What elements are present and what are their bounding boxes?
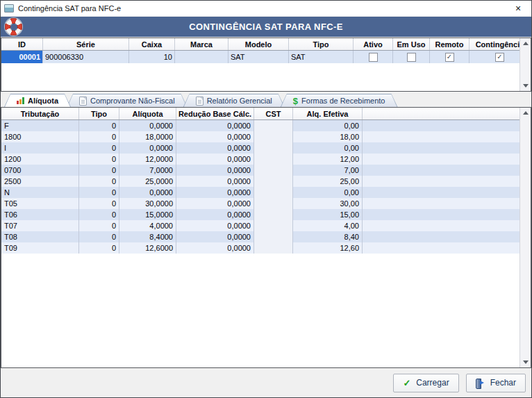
tab-aliquota[interactable]: Alíquota (4, 94, 71, 107)
cell-tributacao: T05 (1, 198, 79, 209)
cell-tributacao: 2500 (1, 176, 79, 187)
table-row[interactable]: T05 0 30,0000 0,0000 30,00 (1, 198, 531, 209)
col-modelo: Modelo (228, 38, 289, 50)
cell-tipo: 0 (79, 187, 119, 198)
cell-aliquota: 12,0000 (119, 154, 176, 165)
table-row[interactable]: 0700 0 7,0000 0,0000 7,00 (1, 165, 531, 176)
cell-aliquota: 30,0000 (119, 198, 176, 209)
device-table-header: ID Série Caixa Marca Modelo Tipo Ativo E… (1, 38, 531, 51)
cell-cst (254, 165, 293, 176)
table-row[interactable]: T06 0 15,0000 0,0000 15,00 (1, 209, 531, 220)
cell-reducao: 0,0000 (176, 154, 254, 165)
close-button[interactable]: × (508, 1, 528, 15)
cell-tributacao: T06 (1, 209, 79, 220)
cell-tributacao: I (1, 142, 79, 154)
cell-aliquota: 7,0000 (119, 165, 176, 176)
scroll-down-button[interactable] (520, 81, 531, 91)
col-id: ID (1, 38, 43, 50)
cell-tributacao: T09 (1, 242, 79, 254)
tab-relatorio-gerencial[interactable]: Relatório Gerencial (183, 94, 285, 107)
tab-comprovante-nao-fiscal[interactable]: Comprovante Não-Fiscal (67, 94, 188, 107)
down-arrow-icon (523, 360, 529, 364)
aliquota-rows: F 0 0,0000 0,0000 0,00 1800 0 18,0000 0,… (1, 120, 531, 254)
col-alq-efetiva: Alq. Efetiva (293, 108, 363, 119)
up-arrow-icon (523, 42, 529, 45)
scroll-down-button[interactable] (520, 357, 531, 367)
scroll-up-button[interactable] (520, 38, 531, 49)
col-marca: Marca (175, 38, 228, 50)
col-tributacao: Tributação (1, 108, 79, 119)
cell-cst (254, 231, 293, 242)
cell-marca (175, 51, 228, 63)
dialog-window: Contingência SAT para NFC-e × CONTINGÊNC… (0, 0, 532, 398)
table-row[interactable]: N 0 0,0000 0,0000 0,00 (1, 187, 531, 198)
cell-alq-efetiva: 18,00 (293, 131, 363, 142)
table-row[interactable]: 1200 0 12,0000 0,0000 12,00 (1, 154, 531, 165)
footer-bar: ✓ Carregar Fechar (1, 368, 531, 397)
col-tipo: Tipo (289, 38, 354, 50)
table-row[interactable]: T09 0 12,6000 0,0000 12,60 (1, 242, 531, 254)
cell-reducao: 0,0000 (176, 231, 254, 242)
cell-cst (254, 131, 293, 142)
tab-face: $ Formas de Recebimento (281, 94, 397, 107)
up-arrow-icon (523, 111, 529, 115)
cell-tributacao: 0700 (1, 165, 79, 176)
cell-cst (254, 176, 293, 187)
cell-em-uso (393, 51, 430, 63)
cell-reducao: 0,0000 (176, 198, 254, 209)
cell-caixa: 10 (129, 51, 175, 63)
cell-id: 00001 (1, 51, 43, 63)
table-row[interactable]: T07 0 4,0000 0,0000 4,00 (1, 220, 531, 231)
cell-reducao: 0,0000 (176, 187, 254, 198)
tab-formas-de-recebimento[interactable]: $ Formas de Recebimento (281, 94, 398, 107)
cell-alq-efetiva: 15,00 (293, 209, 363, 220)
cell-cst (254, 198, 293, 209)
cell-tipo: 0 (79, 209, 119, 220)
cell-alq-efetiva: 0,00 (293, 187, 363, 198)
table-row[interactable]: 2500 0 25,0000 0,0000 25,00 (1, 176, 531, 187)
cell-cst (254, 242, 293, 254)
cell-reducao: 0,0000 (176, 220, 254, 231)
aliquota-table: Tributação Tipo Alíquota Redução Base Cá… (1, 107, 531, 368)
cell-aliquota: 18,0000 (119, 131, 176, 142)
aliquota-table-scrollbar[interactable] (519, 108, 531, 367)
cell-tipo: SAT (289, 51, 354, 63)
cell-aliquota: 0,0000 (119, 187, 176, 198)
remoto-checkbox[interactable]: ✓ (445, 53, 454, 62)
cell-modelo: SAT (228, 51, 289, 63)
cell-ativo (354, 51, 393, 63)
device-table-scrollbar[interactable] (519, 38, 531, 91)
table-row[interactable]: I 0 0,0000 0,0000 0,00 (1, 142, 531, 154)
app-icon (4, 4, 14, 13)
scroll-up-button[interactable] (520, 108, 531, 118)
col-remoto: Remoto (430, 38, 469, 50)
tab-label: Alíquota (28, 97, 58, 105)
fechar-button[interactable]: Fechar (466, 374, 526, 392)
cell-remoto: ✓ (430, 51, 469, 63)
cell-reducao: 0,0000 (176, 176, 254, 187)
header-banner: CONTINGÊNCIA SAT PARA NFC-E (1, 17, 531, 37)
device-row[interactable]: 00001 900006330 10 SAT SAT ✓ ✓ (1, 51, 531, 63)
carregar-label: Carregar (416, 378, 449, 388)
table-row[interactable]: F 0 0,0000 0,0000 0,00 (1, 120, 531, 131)
table-row[interactable]: 1800 0 18,0000 0,0000 18,00 (1, 131, 531, 142)
cell-tributacao: 1200 (1, 154, 79, 165)
cell-tipo: 0 (79, 242, 119, 254)
cell-cst (254, 120, 293, 131)
cell-aliquota: 8,4000 (119, 231, 176, 242)
cell-tipo: 0 (79, 142, 119, 154)
ativo-checkbox[interactable] (369, 53, 378, 62)
cell-aliquota: 12,6000 (119, 242, 176, 254)
tab-label: Formas de Recebimento (301, 97, 385, 105)
contingencia-checkbox[interactable]: ✓ (495, 53, 504, 62)
cell-alq-efetiva: 0,00 (293, 142, 363, 154)
table-row[interactable]: T08 0 8,4000 0,0000 8,40 (1, 231, 531, 242)
cell-tipo: 0 (79, 131, 119, 142)
cell-aliquota: 4,0000 (119, 220, 176, 231)
cell-reducao: 0,0000 (176, 242, 254, 254)
em-uso-checkbox[interactable] (407, 53, 416, 62)
col-tipo: Tipo (79, 108, 119, 119)
cell-tributacao: T07 (1, 220, 79, 231)
cell-aliquota: 0,0000 (119, 142, 176, 154)
carregar-button[interactable]: ✓ Carregar (393, 374, 458, 392)
